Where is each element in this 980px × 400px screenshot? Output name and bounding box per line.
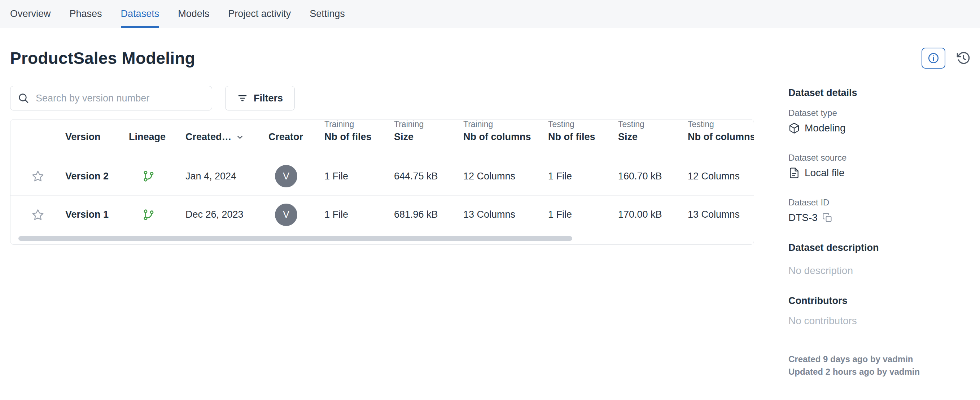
table-scroll-area xyxy=(11,234,754,244)
lineage-icon[interactable] xyxy=(129,170,186,182)
creator-avatar: V xyxy=(269,165,325,187)
header-training-size[interactable]: Training Size xyxy=(394,120,463,150)
horizontal-scrollbar[interactable] xyxy=(18,236,572,241)
version-link[interactable]: Version 2 xyxy=(65,171,129,182)
contributors-value: No contributors xyxy=(788,315,970,327)
tab-phases[interactable]: Phases xyxy=(70,0,102,28)
description-title: Dataset description xyxy=(788,242,970,253)
header-created[interactable]: Created… xyxy=(186,120,269,150)
table-row[interactable]: Version 2 Jan 4, 2024 V xyxy=(11,157,754,195)
history-icon xyxy=(956,51,970,65)
updated-by-line: Updated 2 hours ago by vadmin xyxy=(788,365,970,378)
dataset-id-value: DTS-3 xyxy=(788,212,970,223)
table-row[interactable]: Version 1 Dec 26, 2023 V xyxy=(11,195,754,234)
testing-columns: 12 Columns xyxy=(688,171,754,182)
dataset-source-value: Local file xyxy=(788,167,970,179)
search-box[interactable] xyxy=(10,86,212,110)
tab-overview[interactable]: Overview xyxy=(10,0,51,28)
filters-label: Filters xyxy=(254,93,283,104)
version-link[interactable]: Version 1 xyxy=(65,209,129,220)
info-button[interactable] xyxy=(921,48,945,69)
copy-icon[interactable] xyxy=(822,213,832,223)
training-size: 681.96 kB xyxy=(394,209,463,220)
created-date: Jan 4, 2024 xyxy=(186,171,269,182)
created-date: Dec 26, 2023 xyxy=(186,209,269,220)
tab-project-activity[interactable]: Project activity xyxy=(228,0,291,28)
lineage-icon[interactable] xyxy=(129,209,186,221)
toolbar: Filters xyxy=(10,86,754,110)
header-testing-size[interactable]: Testing Size xyxy=(618,120,688,150)
favorite-star-icon[interactable] xyxy=(11,208,65,221)
header-creator[interactable]: Creator xyxy=(269,120,325,150)
dataset-source-label: Dataset source xyxy=(788,153,970,163)
training-files: 1 File xyxy=(325,209,394,220)
training-size: 644.75 kB xyxy=(394,171,463,182)
info-icon xyxy=(928,52,940,64)
header-favorite xyxy=(11,143,65,150)
top-nav: Overview Phases Datasets Models Project … xyxy=(0,0,980,28)
training-columns: 12 Columns xyxy=(463,171,548,182)
header-training-columns[interactable]: Training Nb of columns xyxy=(463,120,548,150)
sort-chevron-down-icon[interactable] xyxy=(235,132,245,142)
header-spacer xyxy=(11,150,65,157)
file-icon xyxy=(788,167,800,179)
table-header-row: Version Lineage Created… xyxy=(11,120,754,157)
training-files: 1 File xyxy=(325,171,394,182)
tab-models[interactable]: Models xyxy=(178,0,209,28)
tab-settings[interactable]: Settings xyxy=(310,0,345,28)
testing-files: 1 File xyxy=(548,171,618,182)
header-testing-files[interactable]: Testing Nb of files xyxy=(548,120,618,150)
filters-button[interactable]: Filters xyxy=(225,86,295,110)
header-testing-columns[interactable]: Testing Nb of columns xyxy=(688,120,754,150)
tab-datasets[interactable]: Datasets xyxy=(121,0,159,28)
page-title: ProductSales Modeling xyxy=(10,48,195,68)
dataset-id-label: Dataset ID xyxy=(788,198,970,207)
history-button[interactable] xyxy=(956,51,970,65)
creator-avatar: V xyxy=(269,204,325,226)
created-by-line: Created 9 days ago by vadmin xyxy=(788,353,970,365)
testing-size: 170.00 kB xyxy=(618,209,688,220)
header-training-files[interactable]: Training Nb of files xyxy=(325,120,394,150)
filter-icon xyxy=(237,93,248,104)
audit-info: Created 9 days ago by vadmin Updated 2 h… xyxy=(788,353,970,378)
versions-table: Version Lineage Created… xyxy=(10,119,754,245)
header-version[interactable]: Version xyxy=(65,120,129,150)
search-icon xyxy=(18,92,29,104)
testing-size: 160.70 kB xyxy=(618,171,688,182)
contributors-title: Contributors xyxy=(788,295,970,306)
dataset-details-panel: Dataset details Dataset type Modeling Da… xyxy=(788,86,970,378)
dataset-type-icon xyxy=(788,123,800,134)
description-value: No description xyxy=(788,265,970,277)
header-lineage[interactable]: Lineage xyxy=(129,120,186,150)
page-header: ProductSales Modeling xyxy=(10,48,970,69)
details-title: Dataset details xyxy=(788,88,970,99)
dataset-type-value: Modeling xyxy=(788,123,970,134)
favorite-star-icon[interactable] xyxy=(11,170,65,183)
dataset-type-label: Dataset type xyxy=(788,108,970,118)
testing-files: 1 File xyxy=(548,209,618,220)
training-columns: 13 Columns xyxy=(463,209,548,220)
search-input[interactable] xyxy=(35,92,205,104)
testing-columns: 13 Columns xyxy=(688,209,754,220)
